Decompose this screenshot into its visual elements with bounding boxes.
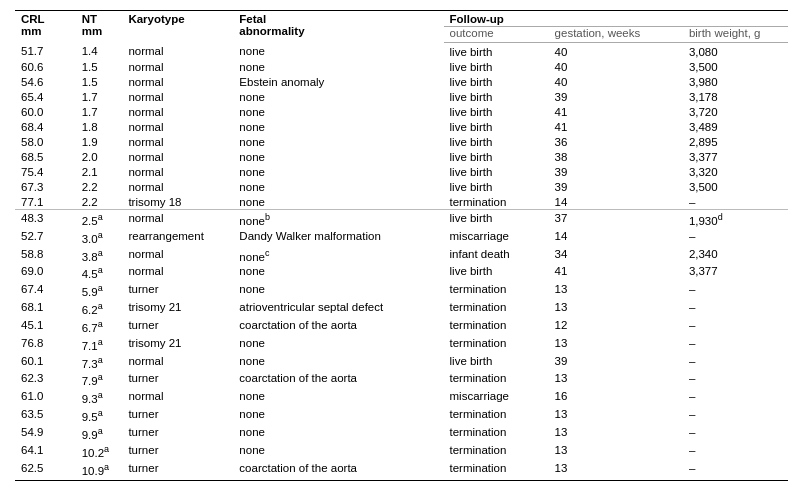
cell-outcome: termination (444, 407, 549, 425)
cell-karyotype: turner (122, 460, 233, 481)
cell-nt: 2.2 (76, 179, 123, 194)
cell-nt: 10.9a (76, 460, 123, 481)
header-karyotype: Karyotype (122, 11, 233, 43)
cell-gestation: 13 (549, 300, 683, 318)
cell-crl: 77.1 (15, 194, 76, 210)
cell-birthweight: – (683, 424, 788, 442)
table-row: 64.110.2aturnernonetermination13– (15, 442, 788, 460)
table-row: 68.52.0normalnonelive birth383,377 (15, 149, 788, 164)
cell-gestation: 13 (549, 282, 683, 300)
cell-nt: 9.5a (76, 407, 123, 425)
cell-fetal: none (233, 353, 443, 371)
cell-fetal: none (233, 42, 443, 59)
cell-crl: 68.1 (15, 300, 76, 318)
cell-crl: 67.4 (15, 282, 76, 300)
cell-nt: 2.0 (76, 149, 123, 164)
cell-fetal: coarctation of the aorta (233, 317, 443, 335)
cell-crl: 61.0 (15, 389, 76, 407)
cell-crl: 65.4 (15, 89, 76, 104)
cell-nt: 7.9a (76, 371, 123, 389)
cell-outcome: termination (444, 371, 549, 389)
cell-fetal: Dandy Walker malformation (233, 228, 443, 246)
table-row: 65.41.7normalnonelive birth393,178 (15, 89, 788, 104)
cell-birthweight: 3,178 (683, 89, 788, 104)
cell-fetal: none (233, 119, 443, 134)
table-row: 75.42.1normalnonelive birth393,320 (15, 164, 788, 179)
table-row: 68.16.2atrisomy 21atrioventricular septa… (15, 300, 788, 318)
cell-fetal: noneb (233, 210, 443, 229)
cell-crl: 58.8 (15, 246, 76, 264)
cell-crl: 68.5 (15, 149, 76, 164)
cell-gestation: 13 (549, 424, 683, 442)
cell-gestation: 39 (549, 353, 683, 371)
cell-gestation: 41 (549, 104, 683, 119)
cell-outcome: live birth (444, 134, 549, 149)
cell-outcome: miscarriage (444, 389, 549, 407)
cell-gestation: 12 (549, 317, 683, 335)
cell-crl: 75.4 (15, 164, 76, 179)
cell-birthweight: 3,377 (683, 264, 788, 282)
cell-nt: 9.9a (76, 424, 123, 442)
cell-outcome: infant death (444, 246, 549, 264)
header-gestation: gestation, weeks (549, 26, 683, 42)
cell-karyotype: turner (122, 424, 233, 442)
cell-karyotype: normal (122, 164, 233, 179)
table-body: 51.71.4normalnonelive birth403,08060.61.… (15, 42, 788, 481)
table-row: 52.73.0arearrangementDandy Walker malfor… (15, 228, 788, 246)
cell-nt: 1.9 (76, 134, 123, 149)
cell-crl: 60.0 (15, 104, 76, 119)
cell-crl: 45.1 (15, 317, 76, 335)
cell-outcome: termination (444, 282, 549, 300)
cell-birthweight: 3,320 (683, 164, 788, 179)
cell-karyotype: normal (122, 74, 233, 89)
cell-outcome: termination (444, 317, 549, 335)
cell-outcome: miscarriage (444, 228, 549, 246)
header-fetal: Fetalabnormality (233, 11, 443, 43)
cell-birthweight: – (683, 300, 788, 318)
cell-karyotype: turner (122, 442, 233, 460)
cell-crl: 60.1 (15, 353, 76, 371)
cell-karyotype: normal (122, 59, 233, 74)
cell-crl: 64.1 (15, 442, 76, 460)
table-row: 58.01.9normalnonelive birth362,895 (15, 134, 788, 149)
table-row: 58.83.8anormalnonecinfant death342,340 (15, 246, 788, 264)
cell-birthweight: – (683, 389, 788, 407)
cell-outcome: live birth (444, 89, 549, 104)
cell-crl: 76.8 (15, 335, 76, 353)
cell-birthweight: 3,489 (683, 119, 788, 134)
cell-karyotype: normal (122, 246, 233, 264)
table-row: 67.32.2normalnonelive birth393,500 (15, 179, 788, 194)
table-row: 45.16.7aturnercoarctation of the aortate… (15, 317, 788, 335)
cell-birthweight: 3,500 (683, 59, 788, 74)
cell-gestation: 40 (549, 74, 683, 89)
cell-birthweight: 2,340 (683, 246, 788, 264)
table-row: 69.04.5anormalnonelive birth413,377 (15, 264, 788, 282)
cell-birthweight: – (683, 194, 788, 210)
cell-birthweight: – (683, 228, 788, 246)
cell-crl: 68.4 (15, 119, 76, 134)
table-row: 60.01.7normalnonelive birth413,720 (15, 104, 788, 119)
cell-karyotype: normal (122, 119, 233, 134)
cell-birthweight: – (683, 442, 788, 460)
cell-outcome: live birth (444, 264, 549, 282)
cell-karyotype: turner (122, 371, 233, 389)
cell-birthweight: 3,720 (683, 104, 788, 119)
header-nt: NTmm (76, 11, 123, 43)
cell-fetal: none (233, 104, 443, 119)
cell-fetal: none (233, 59, 443, 74)
cell-gestation: 13 (549, 460, 683, 481)
cell-karyotype: normal (122, 42, 233, 59)
table-row: 60.61.5normalnonelive birth403,500 (15, 59, 788, 74)
cell-fetal: none (233, 335, 443, 353)
cell-fetal: none (233, 89, 443, 104)
cell-birthweight: 3,980 (683, 74, 788, 89)
cell-nt: 5.9a (76, 282, 123, 300)
cell-nt: 6.7a (76, 317, 123, 335)
table-wrapper: CRLmm NTmm Karyotype Fetalabnormality Fo… (0, 0, 803, 491)
cell-outcome: termination (444, 424, 549, 442)
cell-gestation: 14 (549, 228, 683, 246)
cell-fetal: none (233, 149, 443, 164)
cell-gestation: 40 (549, 42, 683, 59)
table-row: 60.17.3anormalnonelive birth39– (15, 353, 788, 371)
cell-karyotype: turner (122, 317, 233, 335)
